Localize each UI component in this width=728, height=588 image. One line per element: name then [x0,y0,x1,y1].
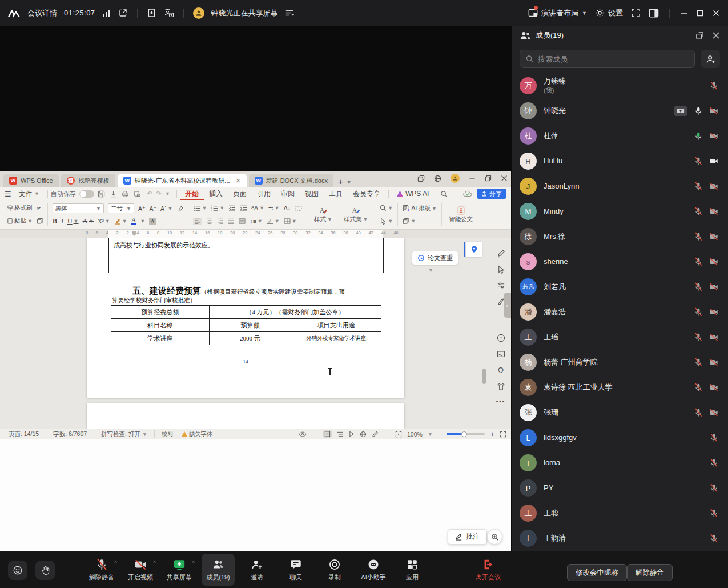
zoom-in-fab[interactable] [487,529,502,545]
wps-share-button[interactable]: 分享 [477,189,506,199]
font-name-select[interactable]: 黑体▼ [53,203,104,213]
member-mic-icon[interactable] [709,509,718,518]
member-camera-icon[interactable] [709,131,718,141]
member-mic-icon[interactable] [709,458,718,467]
member-mic-icon[interactable] [694,408,703,417]
member-mic-icon[interactable] [694,131,703,141]
more-tools-icon[interactable]: ••• [496,398,506,405]
captions-translate-icon[interactable] [163,8,174,18]
member-row[interactable]: MMindy [512,199,728,224]
toolbar-item-record[interactable]: 录制 [318,554,351,586]
open-external-icon[interactable] [118,8,128,18]
wps-tab-home[interactable]: W WPS Office [3,174,59,187]
member-mic-icon[interactable] [694,232,703,241]
annotate-button[interactable]: 批注 [448,529,487,545]
popout-panel-icon[interactable] [695,31,704,40]
wps-menu-view[interactable]: 视图 [300,187,324,200]
eye-protect-icon[interactable] [299,431,307,437]
zoom-out-button[interactable]: − [438,430,443,438]
fullscreen-icon[interactable] [631,8,641,18]
zoom-slider[interactable] [447,433,485,435]
arrange-button[interactable]: ▼ [403,218,416,225]
member-row[interactable]: 王王瑶 [512,325,728,350]
location-pin-button[interactable] [466,242,482,257]
member-row[interactable]: 徐Mrs.徐 [512,224,728,249]
undo-icon[interactable]: ↶ [147,190,152,198]
member-mic-icon[interactable] [709,483,718,493]
member-camera-icon[interactable] [709,232,718,241]
toolbar-item-screen-share[interactable]: 共享屏幕˄ [163,554,196,586]
distribute-button[interactable] [239,218,246,224]
tab-list-caret[interactable]: ▼ [347,179,352,185]
wps-menu-review[interactable]: 审阅 [276,187,300,200]
member-row[interactable]: 杨杨蕾 广州商学院 [512,350,728,375]
member-mic-icon[interactable] [694,157,703,166]
ai-layout-button[interactable]: AI 排版▼ [403,205,437,213]
member-camera-icon[interactable] [709,157,718,166]
status-missing-font[interactable]: 缺失字体 [178,430,217,438]
align-right-button[interactable] [217,218,224,224]
underline-button[interactable]: U▼ [67,217,79,226]
members-search-box[interactable] [520,50,695,68]
document-scrollbar-thumb[interactable] [482,369,486,384]
line-spacing-button[interactable]: ↕≡▼ [250,218,262,225]
sort-button[interactable]: A↓ [284,205,291,211]
leave-meeting-button[interactable]: 离开会议 [468,554,508,586]
wps-menu-home[interactable]: 开始 [180,187,204,200]
align-left-button[interactable] [193,218,202,225]
autosave-toggle[interactable] [79,190,94,198]
text-effects-icon[interactable]: A᾿▼ [160,205,172,212]
wps-menu-member[interactable]: 会员专享 [348,187,385,200]
output-icon[interactable] [110,190,117,198]
select-button[interactable]: ▼ [380,218,393,225]
reactions-button[interactable] [8,561,27,580]
wps-tab-current-doc[interactable]: W 钟晓光-广东省本科高校课程教研... ✕ [118,174,247,187]
toolbar-item-cam-off[interactable]: 开启视频˄ [124,554,157,586]
member-row[interactable]: 王王聪 [512,501,728,526]
font-size-select[interactable]: 二号▼ [108,203,134,213]
format-painter-button[interactable]: 格式刷 [7,204,33,212]
copy-icon[interactable] [37,218,43,224]
member-camera-icon[interactable] [709,207,718,216]
help-icon[interactable]: ? [497,334,505,342]
increase-font-icon[interactable]: A⁺ [138,205,146,212]
member-row[interactable]: 钟钟晓光 [512,98,728,123]
wps-workspace-icon[interactable] [417,175,425,182]
member-row[interactable]: PPY [512,475,728,501]
wps-menu-page[interactable]: 页面 [228,187,252,200]
page-view-icon[interactable] [323,430,332,438]
select-cursor-icon[interactable] [497,265,505,274]
cut-icon[interactable]: ✂ [37,205,42,211]
status-words[interactable]: 字数: 6/7607 [49,430,91,438]
justify-button[interactable] [228,218,235,224]
print-icon[interactable] [122,190,129,198]
member-mic-icon[interactable] [694,257,703,266]
member-row[interactable]: 王王韵清 [512,526,728,551]
numbered-list-button[interactable]: ▼ [211,205,224,211]
decrease-font-icon[interactable]: A⁻ [149,205,156,212]
clear-format-icon[interactable] [176,205,183,212]
member-mic-icon[interactable] [709,81,718,90]
rename-nickname-button[interactable]: 修改会中昵称 [567,564,627,581]
wps-globe-icon[interactable] [434,175,441,182]
member-row[interactable]: JJasonLynn [512,174,728,199]
member-camera-icon[interactable] [709,383,718,392]
members-search-input[interactable] [538,55,689,63]
caret-icon[interactable]: ˄ [114,559,117,565]
member-mic-icon[interactable] [709,534,718,543]
find-replace-button[interactable]: ▼ [380,205,393,211]
footer-unmute-button[interactable]: 解除静音 [627,564,673,581]
caret-icon[interactable]: ˄ [192,559,195,565]
add-member-button[interactable] [701,50,720,68]
new-tab-button[interactable]: + [338,177,343,186]
document-page-15[interactable] [87,403,404,429]
smart-doc-button[interactable]: 智能公文 [447,206,475,223]
panel-collapse-handle[interactable]: ‹ [504,293,511,318]
wps-account-avatar[interactable] [451,174,460,183]
member-camera-icon[interactable] [709,282,718,291]
member-camera-icon[interactable] [709,333,718,342]
wps-menu-reference[interactable]: 引用 [252,187,276,200]
status-proofread[interactable]: 校对 [158,430,178,438]
side-panel-toggle-icon[interactable] [649,9,659,18]
wps-ai-menu[interactable]: WPS AI [392,187,434,200]
